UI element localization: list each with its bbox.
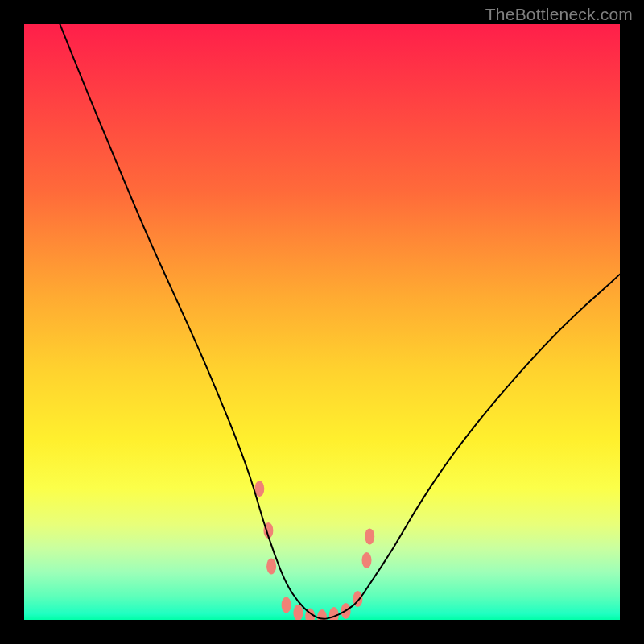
chart-svg (24, 24, 620, 620)
watermark-text: TheBottleneck.com (485, 5, 633, 24)
valley-marker (282, 597, 291, 613)
bottleneck-curve-path (60, 24, 620, 619)
valley-marker (293, 605, 303, 620)
valley-marker (365, 528, 374, 544)
valley-marker (266, 558, 276, 574)
chart-stage: TheBottleneck.com (0, 0, 644, 644)
plot-area (24, 24, 620, 620)
valley-marker (362, 552, 372, 568)
